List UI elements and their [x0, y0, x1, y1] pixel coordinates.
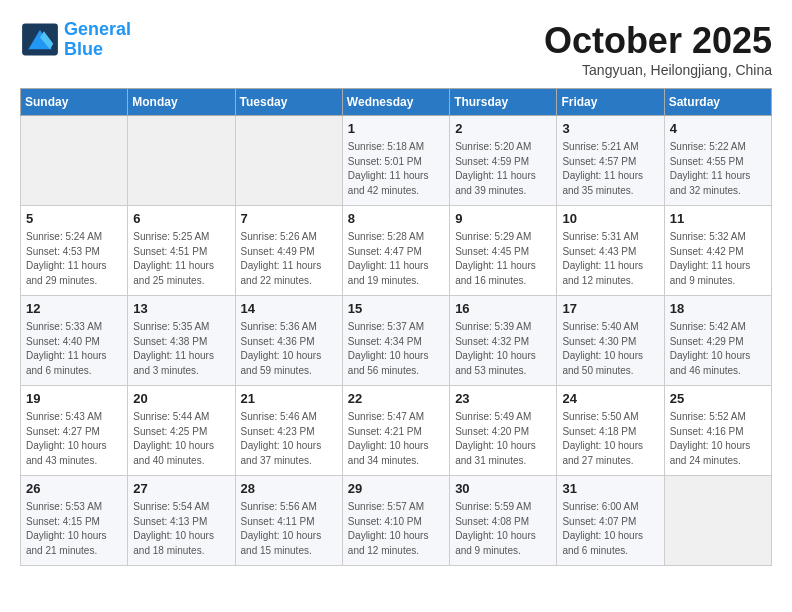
day-info: Sunrise: 5:53 AM Sunset: 4:15 PM Dayligh…	[26, 500, 122, 558]
day-info: Sunrise: 5:49 AM Sunset: 4:20 PM Dayligh…	[455, 410, 551, 468]
day-info: Sunrise: 5:35 AM Sunset: 4:38 PM Dayligh…	[133, 320, 229, 378]
day-number: 27	[133, 480, 229, 498]
day-number: 15	[348, 300, 444, 318]
day-info: Sunrise: 5:36 AM Sunset: 4:36 PM Dayligh…	[241, 320, 337, 378]
day-info: Sunrise: 5:46 AM Sunset: 4:23 PM Dayligh…	[241, 410, 337, 468]
day-info: Sunrise: 5:54 AM Sunset: 4:13 PM Dayligh…	[133, 500, 229, 558]
calendar-cell: 3Sunrise: 5:21 AM Sunset: 4:57 PM Daylig…	[557, 116, 664, 206]
weekday-header-wednesday: Wednesday	[342, 89, 449, 116]
day-info: Sunrise: 5:18 AM Sunset: 5:01 PM Dayligh…	[348, 140, 444, 198]
day-number: 26	[26, 480, 122, 498]
day-info: Sunrise: 5:20 AM Sunset: 4:59 PM Dayligh…	[455, 140, 551, 198]
day-number: 18	[670, 300, 766, 318]
weekday-header-tuesday: Tuesday	[235, 89, 342, 116]
calendar-cell: 19Sunrise: 5:43 AM Sunset: 4:27 PM Dayli…	[21, 386, 128, 476]
title-block: October 2025 Tangyuan, Heilongjiang, Chi…	[544, 20, 772, 78]
day-number: 8	[348, 210, 444, 228]
day-info: Sunrise: 5:33 AM Sunset: 4:40 PM Dayligh…	[26, 320, 122, 378]
weekday-header-friday: Friday	[557, 89, 664, 116]
day-info: Sunrise: 5:52 AM Sunset: 4:16 PM Dayligh…	[670, 410, 766, 468]
day-number: 28	[241, 480, 337, 498]
day-info: Sunrise: 5:47 AM Sunset: 4:21 PM Dayligh…	[348, 410, 444, 468]
week-row-3: 12Sunrise: 5:33 AM Sunset: 4:40 PM Dayli…	[21, 296, 772, 386]
weekday-header-saturday: Saturday	[664, 89, 771, 116]
day-number: 29	[348, 480, 444, 498]
calendar-header: SundayMondayTuesdayWednesdayThursdayFrid…	[21, 89, 772, 116]
calendar-cell: 26Sunrise: 5:53 AM Sunset: 4:15 PM Dayli…	[21, 476, 128, 566]
weekday-header-thursday: Thursday	[450, 89, 557, 116]
location: Tangyuan, Heilongjiang, China	[544, 62, 772, 78]
day-info: Sunrise: 5:37 AM Sunset: 4:34 PM Dayligh…	[348, 320, 444, 378]
day-info: Sunrise: 5:31 AM Sunset: 4:43 PM Dayligh…	[562, 230, 658, 288]
day-info: Sunrise: 5:21 AM Sunset: 4:57 PM Dayligh…	[562, 140, 658, 198]
calendar-cell: 6Sunrise: 5:25 AM Sunset: 4:51 PM Daylig…	[128, 206, 235, 296]
day-info: Sunrise: 5:25 AM Sunset: 4:51 PM Dayligh…	[133, 230, 229, 288]
calendar-cell: 22Sunrise: 5:47 AM Sunset: 4:21 PM Dayli…	[342, 386, 449, 476]
day-number: 11	[670, 210, 766, 228]
month-title: October 2025	[544, 20, 772, 62]
calendar-cell: 13Sunrise: 5:35 AM Sunset: 4:38 PM Dayli…	[128, 296, 235, 386]
weekday-header-row: SundayMondayTuesdayWednesdayThursdayFrid…	[21, 89, 772, 116]
day-number: 21	[241, 390, 337, 408]
day-number: 30	[455, 480, 551, 498]
calendar-cell: 17Sunrise: 5:40 AM Sunset: 4:30 PM Dayli…	[557, 296, 664, 386]
day-number: 4	[670, 120, 766, 138]
day-number: 31	[562, 480, 658, 498]
day-number: 16	[455, 300, 551, 318]
calendar-cell: 31Sunrise: 6:00 AM Sunset: 4:07 PM Dayli…	[557, 476, 664, 566]
day-number: 14	[241, 300, 337, 318]
calendar-cell: 12Sunrise: 5:33 AM Sunset: 4:40 PM Dayli…	[21, 296, 128, 386]
day-info: Sunrise: 5:57 AM Sunset: 4:10 PM Dayligh…	[348, 500, 444, 558]
weekday-header-monday: Monday	[128, 89, 235, 116]
calendar-cell	[664, 476, 771, 566]
day-info: Sunrise: 5:26 AM Sunset: 4:49 PM Dayligh…	[241, 230, 337, 288]
day-number: 20	[133, 390, 229, 408]
calendar-cell: 2Sunrise: 5:20 AM Sunset: 4:59 PM Daylig…	[450, 116, 557, 206]
day-info: Sunrise: 5:32 AM Sunset: 4:42 PM Dayligh…	[670, 230, 766, 288]
day-number: 7	[241, 210, 337, 228]
day-info: Sunrise: 6:00 AM Sunset: 4:07 PM Dayligh…	[562, 500, 658, 558]
calendar-cell: 11Sunrise: 5:32 AM Sunset: 4:42 PM Dayli…	[664, 206, 771, 296]
day-info: Sunrise: 5:43 AM Sunset: 4:27 PM Dayligh…	[26, 410, 122, 468]
calendar-cell: 29Sunrise: 5:57 AM Sunset: 4:10 PM Dayli…	[342, 476, 449, 566]
calendar-table: SundayMondayTuesdayWednesdayThursdayFrid…	[20, 88, 772, 566]
calendar-cell: 18Sunrise: 5:42 AM Sunset: 4:29 PM Dayli…	[664, 296, 771, 386]
calendar-cell: 7Sunrise: 5:26 AM Sunset: 4:49 PM Daylig…	[235, 206, 342, 296]
day-number: 25	[670, 390, 766, 408]
day-info: Sunrise: 5:29 AM Sunset: 4:45 PM Dayligh…	[455, 230, 551, 288]
day-number: 6	[133, 210, 229, 228]
calendar-cell: 9Sunrise: 5:29 AM Sunset: 4:45 PM Daylig…	[450, 206, 557, 296]
day-number: 10	[562, 210, 658, 228]
day-info: Sunrise: 5:40 AM Sunset: 4:30 PM Dayligh…	[562, 320, 658, 378]
calendar-cell: 30Sunrise: 5:59 AM Sunset: 4:08 PM Dayli…	[450, 476, 557, 566]
weekday-header-sunday: Sunday	[21, 89, 128, 116]
calendar-cell: 10Sunrise: 5:31 AM Sunset: 4:43 PM Dayli…	[557, 206, 664, 296]
page-header: General Blue October 2025 Tangyuan, Heil…	[20, 20, 772, 78]
day-info: Sunrise: 5:28 AM Sunset: 4:47 PM Dayligh…	[348, 230, 444, 288]
day-number: 23	[455, 390, 551, 408]
calendar-cell: 27Sunrise: 5:54 AM Sunset: 4:13 PM Dayli…	[128, 476, 235, 566]
logo-line2: Blue	[64, 39, 103, 59]
day-info: Sunrise: 5:59 AM Sunset: 4:08 PM Dayligh…	[455, 500, 551, 558]
calendar-cell: 8Sunrise: 5:28 AM Sunset: 4:47 PM Daylig…	[342, 206, 449, 296]
day-number: 13	[133, 300, 229, 318]
calendar-cell: 24Sunrise: 5:50 AM Sunset: 4:18 PM Dayli…	[557, 386, 664, 476]
week-row-1: 1Sunrise: 5:18 AM Sunset: 5:01 PM Daylig…	[21, 116, 772, 206]
calendar-cell: 15Sunrise: 5:37 AM Sunset: 4:34 PM Dayli…	[342, 296, 449, 386]
day-number: 24	[562, 390, 658, 408]
day-info: Sunrise: 5:50 AM Sunset: 4:18 PM Dayligh…	[562, 410, 658, 468]
logo-text: General Blue	[64, 20, 131, 60]
day-number: 22	[348, 390, 444, 408]
day-number: 5	[26, 210, 122, 228]
week-row-5: 26Sunrise: 5:53 AM Sunset: 4:15 PM Dayli…	[21, 476, 772, 566]
logo-line1: General	[64, 19, 131, 39]
day-number: 12	[26, 300, 122, 318]
calendar-cell: 23Sunrise: 5:49 AM Sunset: 4:20 PM Dayli…	[450, 386, 557, 476]
day-number: 19	[26, 390, 122, 408]
week-row-4: 19Sunrise: 5:43 AM Sunset: 4:27 PM Dayli…	[21, 386, 772, 476]
day-info: Sunrise: 5:24 AM Sunset: 4:53 PM Dayligh…	[26, 230, 122, 288]
day-info: Sunrise: 5:44 AM Sunset: 4:25 PM Dayligh…	[133, 410, 229, 468]
calendar-cell: 28Sunrise: 5:56 AM Sunset: 4:11 PM Dayli…	[235, 476, 342, 566]
day-number: 1	[348, 120, 444, 138]
logo-icon	[20, 22, 60, 57]
